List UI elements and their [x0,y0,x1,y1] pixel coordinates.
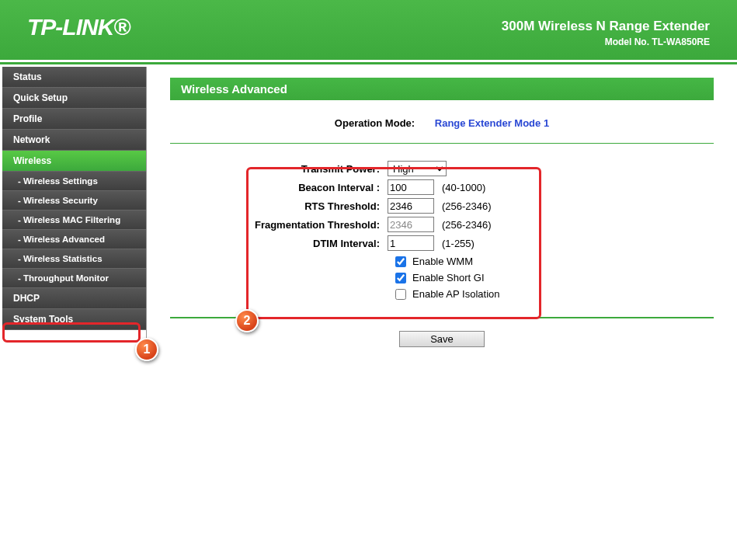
sidebar-item-quick-setup[interactable]: Quick Setup [2,88,146,109]
frag-threshold-hint: (256-2346) [442,219,492,231]
enable-short-gi-label: Enable Short GI [412,272,485,283]
sidebar-item-network[interactable]: Network [2,130,146,151]
sidebar-item-dhcp[interactable]: DHCP [2,288,146,309]
frag-threshold-label: Fragmentation Threshold: [170,219,388,231]
enable-wmm-checkbox[interactable] [395,256,406,267]
sidebar-item-system-tools[interactable]: System Tools [2,309,146,330]
sidebar-item--wireless-advanced[interactable]: - Wireless Advanced [2,230,146,249]
sidebar-item-status[interactable]: Status [2,67,146,88]
transmit-power-label: Transmit Power: [170,163,388,175]
sidebar-item--throughput-monitor[interactable]: - Throughput Monitor [2,269,146,288]
rts-threshold-input[interactable] [388,198,434,214]
form-area: Transmit Power: High Beacon Interval : (… [170,144,714,317]
header: TP-LINK® 300M Wireless N Range Extender … [0,0,737,62]
enable-wmm-label: Enable WMM [412,256,473,267]
sidebar-item--wireless-security[interactable]: - Wireless Security [2,191,146,210]
save-row: Save [170,318,714,347]
model-number: Model No. TL-WA850RE [502,37,710,47]
sidebar-item--wireless-settings[interactable]: - Wireless Settings [2,172,146,191]
content: Wireless Advanced Operation Mode: Range … [146,67,737,347]
header-right: 300M Wireless N Range Extender Model No.… [502,19,710,47]
beacon-interval-label: Beacon Interval : [170,182,388,193]
beacon-interval-hint: (40-1000) [442,182,485,193]
operation-mode-label: Operation Mode: [335,117,415,129]
product-name: 300M Wireless N Range Extender [502,19,710,34]
page-title: Wireless Advanced [170,78,714,100]
sidebar-item--wireless-statistics[interactable]: - Wireless Statistics [2,249,146,269]
rts-threshold-label: RTS Threshold: [170,200,388,212]
operation-mode-row: Operation Mode: Range Extender Mode 1 [170,117,714,144]
rts-threshold-hint: (256-2346) [442,200,492,212]
sidebar: StatusQuick SetupProfileNetworkWireless-… [0,67,146,347]
frag-threshold-input[interactable] [388,217,434,232]
save-button[interactable]: Save [399,331,485,347]
beacon-interval-input[interactable] [388,179,434,195]
dtim-interval-label: DTIM Interval: [170,238,388,249]
dtim-interval-input[interactable] [388,235,434,251]
transmit-power-select[interactable]: High [388,161,447,176]
dtim-interval-hint: (1-255) [442,238,475,249]
sidebar-item-wireless[interactable]: Wireless [2,151,146,172]
enable-ap-isolation-checkbox[interactable] [395,289,406,300]
sidebar-item-profile[interactable]: Profile [2,109,146,130]
operation-mode-value: Range Extender Mode 1 [435,117,549,129]
enable-short-gi-checkbox[interactable] [395,273,406,283]
enable-ap-isolation-label: Enable AP Isolation [412,288,500,300]
sidebar-item--wireless-mac-filtering[interactable]: - Wireless MAC Filtering [2,210,146,230]
